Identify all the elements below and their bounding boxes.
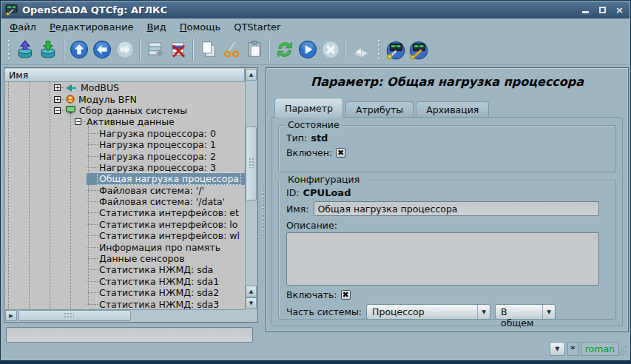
cut-button[interactable]: [220, 37, 243, 62]
add-item-button[interactable]: [144, 37, 166, 62]
tab[interactable]: Атрибуты: [345, 101, 414, 118]
toolbar-drag-handle[interactable]: [377, 38, 382, 61]
tree-item[interactable]: Нагрузка процессора: 1: [5, 139, 245, 150]
stop-icon: [321, 40, 340, 59]
status-dropdown-button[interactable]: ▼: [550, 342, 565, 356]
system-icon: [66, 106, 75, 115]
status-bar: ▼ * roman: [2, 337, 629, 360]
paste-icon: [245, 40, 264, 59]
tree-item[interactable]: +Модуль BFN: [5, 93, 245, 104]
save-to-db-button[interactable]: [37, 37, 60, 62]
vertical-scroll-thumb[interactable]: [246, 127, 257, 200]
name-input[interactable]: [314, 201, 599, 216]
qtstarter-config-icon: [385, 39, 406, 60]
tree-item-label: Активные данные: [85, 116, 176, 127]
toolbar-drag-handle[interactable]: [7, 38, 12, 61]
tree-item[interactable]: Статистика интерфейсов: lo: [5, 219, 245, 230]
tree-item[interactable]: −Активные данные: [5, 116, 245, 127]
tree-item-label: ModBUS: [79, 82, 121, 93]
enable-checkbox[interactable]: ✖: [341, 290, 351, 300]
panel-splitter-handle[interactable]: [260, 187, 264, 236]
delete-item-button[interactable]: [166, 37, 189, 62]
qtstarter-edit-button[interactable]: [407, 37, 430, 62]
tree-item-label: Статистика интерфейсов: wl: [98, 230, 241, 241]
tree-column-header[interactable]: Имя: [5, 69, 245, 82]
expand-box-icon[interactable]: +: [54, 96, 61, 103]
tree-item-label: Модуль BFN: [77, 94, 138, 105]
maximize-button[interactable]: [596, 4, 609, 16]
app-window: OpenSCADA QTCfg: АГЛКС × ФайлРедактирова…: [0, 0, 631, 364]
tree-item[interactable]: Данные сенсоров: [5, 253, 245, 264]
refresh-button[interactable]: [273, 37, 296, 62]
tree-item[interactable]: Статистика НЖМД: sda2: [5, 287, 245, 298]
tree-item-label: Статистика интерфейсов: lo: [98, 219, 239, 230]
forward-icon: [115, 40, 135, 59]
id-value: CPULoad: [303, 187, 351, 198]
scroll-down-icon[interactable]: ▼: [246, 297, 257, 309]
tree-item[interactable]: Файловая система: '/': [5, 185, 245, 196]
back-button[interactable]: [90, 37, 113, 62]
menu-item[interactable]: Файл: [3, 21, 43, 33]
tree-item[interactable]: −Сбор данных системы: [5, 105, 245, 116]
tree-item[interactable]: Нагрузка процессора: 2: [5, 150, 245, 161]
enabled-checkbox[interactable]: ✖: [336, 148, 345, 158]
tree-item[interactable]: Статистика интерфейсов: et: [5, 207, 245, 218]
manual-button[interactable]: [349, 37, 372, 62]
title-bar[interactable]: OpenSCADA QTCfg: АГЛКС ×: [1, 1, 630, 18]
forward-button[interactable]: [113, 37, 136, 62]
tree-item[interactable]: Статистика НЖМД: sda3: [5, 298, 245, 309]
stop-button[interactable]: [319, 37, 342, 62]
scroll-up-icon[interactable]: ▲: [246, 286, 257, 297]
tree-item[interactable]: Нагрузка процессора: 0: [5, 128, 245, 139]
id-row: ID: CPULoad: [286, 187, 608, 198]
tree-horizontal-scrollbar[interactable]: ◀ ◀ ▶: [5, 309, 245, 321]
tree-item[interactable]: Нагрузка процессора: 3: [5, 162, 245, 173]
enabled-label: Включен:: [286, 147, 332, 158]
enabled-row: Включен: ✖: [286, 147, 608, 158]
scroll-up-icon[interactable]: ▲: [246, 69, 257, 81]
tree-item[interactable]: +ModBUS: [5, 82, 245, 93]
copy-button[interactable]: [197, 37, 220, 62]
tree-item[interactable]: Статистика НЖМД: sda: [5, 264, 245, 275]
tree-item[interactable]: Файловая система: '/data': [5, 196, 245, 207]
enable-row: Включать: ✖: [286, 289, 608, 300]
paste-button[interactable]: [243, 37, 266, 62]
system-part2-select[interactable]: В общем ▼: [495, 304, 556, 320]
description-textarea[interactable]: [286, 232, 599, 286]
minimize-button[interactable]: [579, 4, 592, 16]
tree-vertical-scrollbar[interactable]: ▲ ▲ ▼: [245, 69, 257, 309]
tree-item[interactable]: Статистика интерфейсов: wl: [5, 230, 245, 241]
tab[interactable]: Параметр: [274, 98, 343, 118]
up-level-button[interactable]: [67, 37, 90, 62]
tab[interactable]: Архивация: [416, 101, 489, 118]
add-item-icon: [146, 40, 165, 59]
tree-item[interactable]: Общая нагрузка процессора: [5, 173, 245, 184]
bfn-icon: [66, 95, 75, 104]
up-level-icon: [70, 40, 89, 59]
menu-item[interactable]: Вид: [140, 21, 172, 33]
parameter-panel: Параметр: Общая нагрузка процессора Пара…: [266, 67, 629, 332]
menu-item[interactable]: Редактирование: [43, 21, 140, 33]
type-value: std: [311, 132, 328, 144]
menu-item[interactable]: QTStarter: [227, 21, 287, 33]
start-button[interactable]: [296, 37, 319, 62]
scroll-right-icon[interactable]: ▶: [5, 310, 17, 321]
manual-icon: [351, 40, 371, 59]
system-part-select[interactable]: Процессор ▼: [366, 304, 490, 320]
expand-box-icon[interactable]: +: [54, 84, 61, 91]
tree-item[interactable]: Информация про память: [5, 241, 245, 252]
close-button[interactable]: ×: [613, 4, 626, 16]
current-user-badge[interactable]: roman: [581, 342, 619, 356]
horizontal-scroll-thumb[interactable]: [18, 310, 131, 321]
state-group-title: Состояние: [285, 119, 343, 130]
qtstarter-config-button[interactable]: [384, 37, 407, 62]
menu-item[interactable]: Помощь: [173, 21, 227, 33]
thumb-grip: [249, 158, 255, 168]
tree-item[interactable]: Статистика НЖМД: sda1: [5, 276, 245, 287]
expand-box-icon[interactable]: −: [54, 107, 61, 114]
tree-item-label: Нагрузка процессора: 2: [98, 151, 217, 162]
expand-box-icon[interactable]: −: [75, 118, 81, 125]
load-from-db-button[interactable]: [14, 37, 37, 62]
toolbar: [2, 35, 629, 65]
load-from-db-icon: [16, 40, 36, 59]
